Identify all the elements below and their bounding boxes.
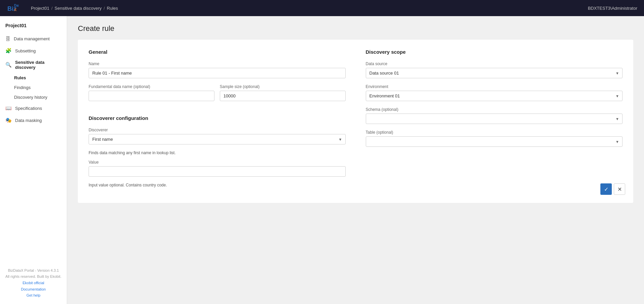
data-source-label: Data source	[366, 61, 623, 66]
rights-text: All rights reserved. Built by Ekobit.	[5, 273, 61, 280]
second-row: Fundamental data name (optional) Sample …	[89, 84, 346, 107]
version-text: BizDataX Portal - Version 4.3.1	[5, 267, 61, 274]
specifications-icon: 📖	[5, 105, 12, 111]
fundamental-data-name-group: Fundamental data name (optional)	[89, 84, 214, 101]
data-source-select[interactable]: Data source 01	[366, 68, 623, 78]
sidebar-item-sensitive-data-discovery[interactable]: 🔍 Sensitive data discovery	[0, 57, 67, 73]
name-group: Name	[89, 61, 346, 78]
environment-select-wrap: Environment 01 ▼	[366, 91, 623, 101]
discoverer-section-title: Discoverer configuration	[89, 115, 346, 121]
sensitive-data-discovery-icon: 🔍	[5, 62, 12, 68]
value-group: Value	[89, 160, 346, 177]
action-buttons: ✓ ✕	[600, 183, 625, 195]
documentation-link[interactable]: Documentation	[5, 286, 61, 293]
sidebar-sub-label: Findings	[14, 85, 31, 90]
breadcrumb-project[interactable]: Project01	[31, 6, 49, 11]
header: Biz Data X Project01 / Sensitive data di…	[0, 0, 644, 16]
schema-select-wrap: ▼	[366, 114, 623, 124]
schema-select[interactable]	[366, 114, 623, 124]
ekobit-official-link[interactable]: Ekobit official	[5, 280, 61, 286]
page-title: Create rule	[78, 24, 633, 33]
sample-size-input[interactable]	[220, 91, 346, 101]
right-column: Discovery scope Data source Data source …	[366, 49, 623, 192]
sidebar-item-rules[interactable]: Rules	[14, 73, 67, 83]
discoverer-select-wrap: First name ▼	[89, 134, 346, 144]
discovery-scope-section-title: Discovery scope	[366, 49, 623, 55]
sidebar-item-specifications[interactable]: 📖 Specifications	[0, 102, 67, 114]
name-label: Name	[89, 61, 346, 66]
table-group: Table (optional) ▼	[366, 130, 623, 147]
sidebar-item-label: Data masking	[15, 118, 42, 123]
environment-select[interactable]: Environment 01	[366, 91, 623, 101]
sidebar-item-subsetting[interactable]: 🧩 Subsetting	[0, 45, 67, 57]
environment-label: Environment	[366, 84, 623, 89]
sidebar-item-data-masking[interactable]: 🎭 Data masking	[0, 114, 67, 126]
discoverer-hint: Finds data matching any first name in lo…	[89, 150, 346, 155]
value-input[interactable]	[89, 166, 346, 177]
discoverer-select[interactable]: First name	[89, 134, 346, 144]
discoverer-label: Discoverer	[89, 128, 346, 132]
sidebar-item-data-management[interactable]: 🗄 Data management	[0, 33, 67, 45]
svg-text:X: X	[14, 8, 17, 12]
schema-label: Schema (optional)	[366, 107, 623, 112]
sidebar-item-label: Subsetting	[15, 48, 36, 53]
create-rule-form: General Name Fundamental data name (opti…	[78, 40, 633, 203]
table-select-wrap: ▼	[366, 136, 623, 147]
sidebar-item-label: Data management	[14, 36, 50, 41]
fundamental-label: Fundamental data name (optional)	[89, 84, 214, 89]
get-help-link[interactable]: Get help	[5, 292, 61, 299]
table-select[interactable]	[366, 136, 623, 147]
logo[interactable]: Biz Data X	[7, 2, 19, 14]
cancel-button[interactable]: ✕	[614, 183, 625, 195]
breadcrumb: Project01 / Sensitive data discovery / R…	[31, 6, 118, 11]
value-hint: Input value optional. Contains country c…	[89, 183, 346, 187]
sidebar-item-findings[interactable]: Findings	[14, 83, 67, 92]
sample-size-label: Sample size (optional)	[220, 84, 346, 89]
sidebar-sub-label: Discovery history	[14, 95, 47, 100]
main-content: Create rule General Name Fundamental dat…	[67, 16, 644, 304]
data-source-select-wrap: Data source 01 ▼	[366, 68, 623, 78]
name-input[interactable]	[89, 68, 346, 78]
sidebar-footer: BizDataX Portal - Version 4.3.1 All righ…	[0, 262, 67, 304]
data-masking-icon: 🎭	[5, 117, 12, 123]
general-section-title: General	[89, 49, 346, 55]
breadcrumb-section[interactable]: Sensitive data discovery	[55, 6, 102, 11]
schema-group: Schema (optional) ▼	[366, 107, 623, 124]
discoverer-section: Discoverer configuration Discoverer Firs…	[89, 115, 346, 187]
sample-size-group: Sample size (optional)	[220, 84, 346, 101]
user-display: BDXTEST3\Administrator	[588, 6, 637, 11]
confirm-button[interactable]: ✓	[600, 183, 612, 195]
sidebar-sub-label: Rules	[14, 75, 26, 80]
sidebar: Project01 🗄 Data management 🧩 Subsetting…	[0, 16, 67, 304]
subsetting-icon: 🧩	[5, 48, 12, 54]
data-source-group: Data source Data source 01 ▼	[366, 61, 623, 78]
breadcrumb-page[interactable]: Rules	[107, 6, 118, 11]
svg-text:Data: Data	[14, 4, 19, 7]
sidebar-sub-menu: Rules Findings Discovery history	[0, 73, 67, 102]
value-label: Value	[89, 160, 346, 165]
sidebar-item-label: Specifications	[15, 106, 42, 111]
sidebar-item-label: Sensitive data discovery	[15, 60, 61, 70]
fundamental-input[interactable]	[89, 91, 214, 101]
sidebar-project: Project01	[0, 19, 67, 33]
environment-group: Environment Environment 01 ▼	[366, 84, 623, 101]
left-column: General Name Fundamental data name (opti…	[89, 49, 346, 192]
discoverer-group: Discoverer First name ▼	[89, 128, 346, 144]
sidebar-item-discovery-history[interactable]: Discovery history	[14, 92, 67, 102]
data-management-icon: 🗄	[5, 36, 10, 42]
table-label: Table (optional)	[366, 130, 623, 135]
